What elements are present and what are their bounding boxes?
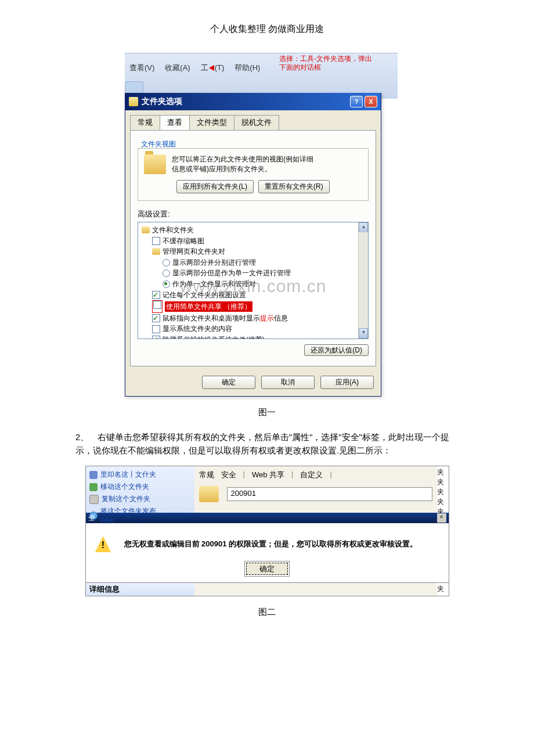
warning-icon [95, 536, 111, 552]
folder-options-dialog: 文件夹选项 ? X 常规 查看 文件类型 脱机文件 文件夹视图 [125, 93, 381, 397]
right-strip: 夹 夹 夹 夹 夹 [437, 466, 449, 513]
close-button[interactable]: X [365, 96, 377, 107]
cancel-button[interactable]: 取消 [261, 376, 315, 389]
explorer-menubar: 查看(V) 收藏(A) 工(T) 帮助(H) 选择：工具-文件夹选项，弹出 下面… [125, 53, 398, 99]
checkbox-icon[interactable] [153, 301, 161, 309]
folder-views-text: 您可以将正在为此文件夹使用的视图(例如详细 信息或平铺)应用到所有文件夹。 [172, 154, 313, 174]
apply-button[interactable]: 应用(A) [320, 376, 374, 389]
figure-1-caption: 图一 [75, 407, 459, 418]
menu-help[interactable]: 帮助(H) [234, 63, 260, 73]
annotation-callout-1: 选择：工具-文件夹选项，弹出 下面的对话框 [279, 55, 398, 72]
close-icon[interactable]: × [437, 513, 446, 523]
folder-views-icon [144, 154, 166, 174]
restore-defaults-button[interactable]: 还原为默认值(D) [304, 344, 369, 356]
properties-pane: 常规 安全 | Web 共享 | 自定义 | 200901 [194, 466, 437, 513]
folder-name-input[interactable]: 200901 [227, 487, 432, 501]
checkbox-icon[interactable] [152, 336, 160, 339]
reset-all-folders-button[interactable]: 重置所有文件夹(R) [258, 180, 330, 193]
prop-tab-custom[interactable]: 自定义 [300, 470, 323, 480]
prop-tab-security[interactable]: 安全 [221, 470, 236, 480]
tree-item[interactable]: 鼠标指向文件夹和桌面项时显示提示信息 [142, 313, 358, 324]
folder-icon [129, 97, 138, 106]
folder-icon [152, 248, 160, 255]
menu-view[interactable]: 查看(V) [129, 63, 154, 73]
radio-icon[interactable] [163, 280, 170, 288]
tree-radio[interactable]: 作为单一文件显示和管理对 [142, 279, 358, 290]
tree-folder: 管理网页和文件夹对 [142, 246, 358, 257]
copy-icon [89, 495, 99, 504]
figure-1: 查看(V) 收藏(A) 工(T) 帮助(H) 选择：工具-文件夹选项，弹出 下面… [125, 53, 398, 397]
prop-tab-web-share[interactable]: Web 共享 [252, 470, 284, 480]
right-strip-bottom: 夹 [437, 583, 449, 596]
advanced-settings-label: 高级设置: [138, 209, 369, 219]
tree-item[interactable]: 显示系统文件夹的内容 [142, 323, 358, 334]
move-icon [89, 483, 98, 491]
prop-tab-general[interactable]: 常规 [199, 470, 214, 480]
radio-icon[interactable] [163, 269, 170, 277]
checkbox-icon[interactable] [152, 291, 160, 299]
radio-icon[interactable] [163, 259, 170, 267]
tree-item-simple-sharing[interactable]: 使用简单文件共享 （推荐） [142, 300, 358, 313]
folder-icon [142, 226, 150, 233]
permission-message-box: 您无权查看或编辑目前 200901 的权限设置；但是，您可以取得所有权或更改审核… [86, 523, 449, 582]
ok-button[interactable]: 确定 [202, 376, 255, 389]
help-button[interactable]: ? [350, 96, 363, 107]
task-copy[interactable]: 复制这个文件夹 [89, 493, 191, 505]
detail-info-label: 详细信息 [86, 583, 194, 596]
scrollbar[interactable]: ▴ ▾ [358, 222, 368, 339]
task-rename[interactable]: 里叩名这丨文什夹 [89, 469, 191, 481]
rename-icon [89, 471, 98, 479]
tree-item[interactable]: 隐藏受保护的操作系统文件(推荐) [142, 334, 358, 339]
tab-view[interactable]: 查看 [160, 115, 190, 130]
checkbox-icon[interactable] [152, 314, 160, 322]
task-move[interactable]: 移动这个文件夹 [89, 481, 191, 493]
scroll-down-icon[interactable]: ▾ [359, 328, 368, 339]
page-header: 个人收集整理 勿做商业用途 [75, 23, 459, 35]
figure-2: 里叩名这丨文什夹 移动这个文件夹 复制这个文件夹 将这个文件夹发布Web 常规 … [85, 466, 449, 596]
folder-views-group: 您可以将正在为此文件夹使用的视图(例如详细 信息或平铺)应用到所有文件夹。 应用… [138, 148, 369, 201]
tree-folder-root: 文件和文件夹 [142, 225, 358, 236]
advanced-settings-tree[interactable]: 文件和文件夹 不缓存缩略图 管理网页和文件夹对 显示两部分并分别进行管理 显示两… [138, 222, 369, 339]
annotation-arrow-icon [209, 65, 214, 71]
scroll-up-icon[interactable]: ▴ [359, 222, 368, 233]
permission-message-text: 您无权查看或编辑目前 200901 的权限设置；但是，您可以取得所有权或更改审核… [124, 539, 418, 549]
dialog-titlebar: 文件夹选项 ? X [125, 93, 381, 110]
folder-views-group-label: 文件夹视图 [141, 140, 176, 148]
explorer-tasks-pane: 里叩名这丨文什夹 移动这个文件夹 复制这个文件夹 将这个文件夹发布Web [86, 466, 194, 513]
menu-tools[interactable]: 工(T) [201, 63, 225, 73]
tree-radio[interactable]: 显示两部分并分别进行管理 [142, 257, 358, 268]
task-publish-web[interactable]: 将这个文件夹发布Web [89, 505, 191, 525]
dialog-title: 文件夹选项 [142, 96, 350, 107]
checkbox-icon[interactable] [152, 237, 160, 245]
figure-2-caption: 图二 [75, 607, 459, 618]
apply-to-all-folders-button[interactable]: 应用到所有文件夹(L) [176, 180, 254, 193]
tab-file-types[interactable]: 文件类型 [189, 115, 234, 130]
tab-offline[interactable]: 脱机文件 [234, 115, 279, 130]
ok-button[interactable]: 确定 [246, 563, 288, 575]
annotation-highlight-box [152, 300, 163, 313]
paragraph-step-2: 2、 右键单击您希望获得其所有权的文件夹，然后单击"属性"，选择"安全"标签，此… [75, 431, 459, 458]
menu-favorites[interactable]: 收藏(A) [165, 63, 190, 73]
tree-item[interactable]: 记住每个文件夹的视图设置 [142, 290, 358, 301]
tab-general[interactable]: 常规 [130, 115, 160, 130]
checkbox-icon[interactable] [152, 325, 160, 333]
tree-item[interactable]: 不缓存缩略图 [142, 236, 358, 247]
tree-radio[interactable]: 显示两部分但是作为单一文件进行管理 [142, 268, 358, 279]
folder-icon [199, 486, 219, 502]
security-title: 全 [88, 513, 95, 523]
